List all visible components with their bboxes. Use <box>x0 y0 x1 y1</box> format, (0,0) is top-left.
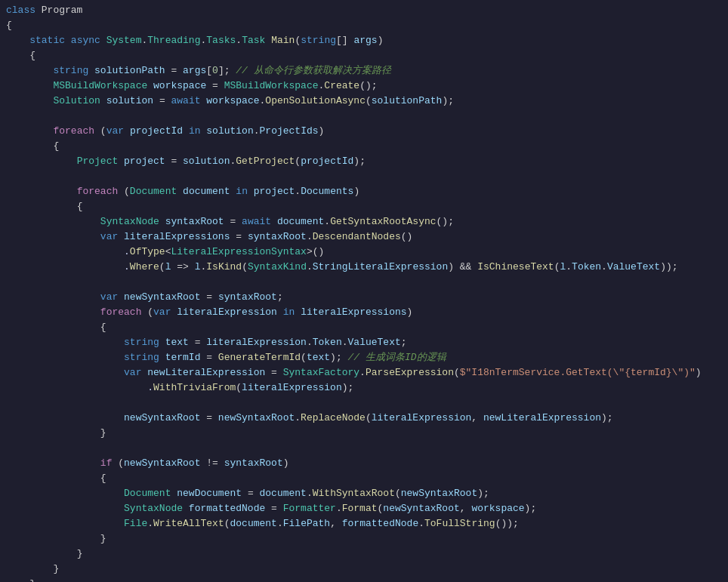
code-line-6: MSBuildWorkspace workspace = MSBuildWork… <box>0 79 728 94</box>
code-line-17: .OfType<LiteralExpressionSyntax>() <box>0 245 728 260</box>
code-line-4: { <box>0 48 728 63</box>
code-line-28: newSyntaxRoot = newSyntaxRoot.ReplaceNod… <box>0 411 728 426</box>
code-line-26: .WithTriviaFrom(literalExpression); <box>0 380 728 396</box>
code-line-35: File.WriteAllText(document.FilePath, for… <box>0 516 728 531</box>
code-line-22: { <box>0 320 728 335</box>
code-line-3: static async System.Threading.Tasks.Task… <box>0 33 728 48</box>
code-line-10: { <box>0 139 728 154</box>
code-line-39: } <box>0 577 728 582</box>
code-line-38: } <box>0 562 728 577</box>
code-line-32: { <box>0 471 728 486</box>
code-line-21: foreach (var literalExpression in litera… <box>0 305 728 320</box>
code-line-13: foreach (Document document in project.Do… <box>0 184 728 199</box>
code-editor: class Program { static async System.Thre… <box>0 0 728 582</box>
code-line-25: var newLiteralExpression = SyntaxFactory… <box>0 365 728 380</box>
code-line-8 <box>0 109 728 124</box>
code-line-37: } <box>0 547 728 562</box>
code-line-7: Solution solution = await workspace.Open… <box>0 94 728 109</box>
code-line-14: { <box>0 199 728 214</box>
code-line-1: class Program <box>0 3 728 18</box>
code-line-15: SyntaxNode syntaxRoot = await document.G… <box>0 214 728 229</box>
keyword-class: class <box>6 3 42 18</box>
code-line-16: var literalExpressions = syntaxRoot.Desc… <box>0 229 728 245</box>
code-line-33: Document newDocument = document.WithSynt… <box>0 486 728 501</box>
code-line-5: string solutionPath = args[0]; // 从命令行参数… <box>0 63 728 79</box>
code-line-19 <box>0 275 728 290</box>
code-line-20: var newSyntaxRoot = syntaxRoot; <box>0 290 728 305</box>
code-line-31: if (newSyntaxRoot != syntaxRoot) <box>0 456 728 471</box>
code-line-9: foreach (var projectId in solution.Proje… <box>0 124 728 139</box>
code-line-27 <box>0 396 728 411</box>
code-line-34: SyntaxNode formattedNode = Formatter.For… <box>0 501 728 516</box>
code-line-12 <box>0 169 728 184</box>
code-line-11: Project project = solution.GetProject(pr… <box>0 154 728 169</box>
code-line-30 <box>0 441 728 456</box>
code-line-23: string text = literalExpression.Token.Va… <box>0 335 728 350</box>
code-line-24: string termId = GenerateTermId(text); //… <box>0 350 728 365</box>
code-line-36: } <box>0 531 728 547</box>
code-line-29: } <box>0 426 728 441</box>
class-name: Program <box>42 3 83 18</box>
code-line-2: { <box>0 18 728 33</box>
code-line-18: .Where(l => l.IsKind(SyntaxKind.StringLi… <box>0 260 728 275</box>
